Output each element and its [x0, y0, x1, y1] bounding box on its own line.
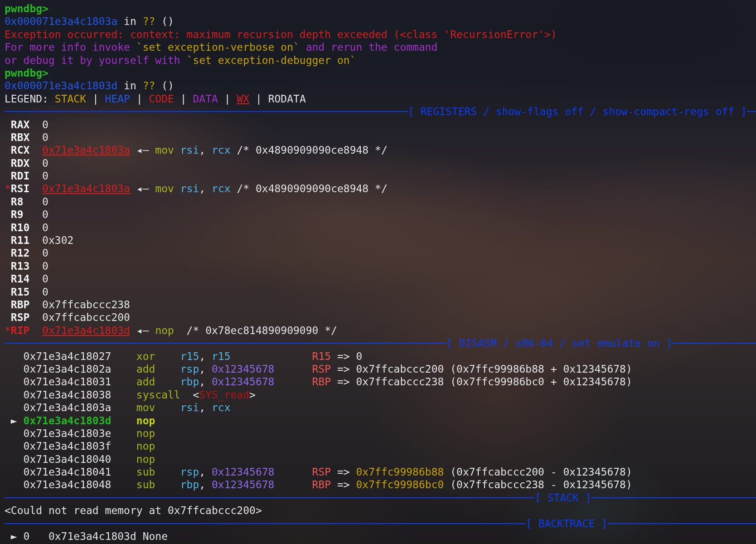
disasm-row: 0x71e3a4c1803f nop: [5, 440, 756, 452]
register-row-rcx: RCX 0x71e3a4c1803a ◂— mov rsi, rcx /* 0x…: [5, 144, 756, 156]
exception-hint-line: or debug it by yourself with `set except…: [5, 54, 756, 67]
register-row-rsi: *RSI 0x71e3a4c1803a ◂— mov rsi, rcx /* 0…: [5, 182, 756, 195]
disasm-row: 0x71e3a4c1803a mov rsi, rcx: [5, 401, 756, 414]
prompt-line: pwndbg>: [5, 67, 756, 79]
section-rule-left: [5, 497, 535, 498]
section-rule-left: [5, 343, 446, 344]
disasm-row: 0x71e3a4c18040 nop: [5, 453, 756, 466]
register-row-rip: *RIP 0x71e3a4c1803d ◂— nop /* 0x78ec8148…: [5, 324, 756, 337]
register-row-r8: R8 0: [5, 195, 756, 208]
register-row-r11: R11 0x302: [5, 234, 756, 247]
disasm-row: 0x71e3a4c18048 sub rbp, 0x12345678 RBP =…: [5, 478, 756, 491]
backtrace-row: ► 0 0x71e3a4c1803d None: [5, 530, 756, 543]
section-header-registers: [ REGISTERS / show-flags off / show-comp…: [5, 105, 756, 118]
section-header-disasm: [ DISASM / x86-64 / set emulate on ]: [5, 337, 756, 350]
disasm-row: 0x71e3a4c18031 add rbp, 0x12345678 RBP =…: [5, 375, 756, 388]
section-header-backtrace: [ BACKTRACE ]: [5, 517, 756, 530]
disasm-row: 0x71e3a4c1803e nop: [5, 427, 756, 440]
legend-line: LEGEND: STACK | HEAP | CODE | DATA | WX …: [5, 92, 756, 105]
disasm-row-current: ► 0x71e3a4c1803d nop: [5, 414, 756, 427]
disasm-row: 0x71e3a4c18027 xor r15, r15 R15 => 0: [5, 350, 756, 363]
register-row-r12: R12 0: [5, 247, 756, 259]
register-row-rbx: RBX 0: [5, 131, 756, 144]
register-row-rax: RAX 0: [5, 118, 756, 131]
section-rule-right: [747, 111, 756, 112]
register-row-r14: R14 0: [5, 272, 756, 285]
section-header-label: [ DISASM / x86-64 / set emulate on ]: [446, 337, 673, 350]
section-rule-right: [607, 523, 756, 524]
section-header-label: [ STACK ]: [535, 491, 591, 504]
register-row-rdi: RDI 0: [5, 170, 756, 182]
register-row-r13: R13 0: [5, 260, 756, 272]
register-row-r10: R10 0: [5, 221, 756, 234]
prompt-line: pwndbg>: [5, 2, 756, 15]
section-rule-right: [591, 497, 756, 498]
stack-row: <Could not read memory at 0x7ffcabccc200…: [5, 504, 756, 517]
frame-line: 0x000071e3a4c1803a in ?? (): [5, 15, 756, 28]
disasm-row: 0x71e3a4c18038 syscall <SYS_read>: [5, 389, 756, 401]
exception-hint-line: For more info invoke `set exception-verb…: [5, 41, 756, 53]
section-header-stack: [ STACK ]: [5, 491, 756, 504]
register-row-r9: R9 0: [5, 208, 756, 221]
section-rule-right: [673, 343, 756, 344]
section-rule-left: [5, 523, 526, 524]
frame-line: 0x000071e3a4c1803d in ?? (): [5, 79, 756, 92]
exception-line: Exception occurred: context: maximum rec…: [5, 28, 756, 41]
register-row-rdx: RDX 0: [5, 157, 756, 170]
terminal: pwndbg> 0x000071e3a4c1803a in ?? ()Excep…: [0, 0, 756, 543]
disasm-row: 0x71e3a4c18041 sub rsp, 0x12345678 RSP =…: [5, 466, 756, 478]
disasm-row: 0x71e3a4c1802a add rsp, 0x12345678 RSP =…: [5, 363, 756, 375]
register-row-rsp: RSP 0x7ffcabccc200: [5, 311, 756, 324]
register-row-rbp: RBP 0x7ffcabccc238: [5, 298, 756, 311]
section-header-label: [ REGISTERS / show-flags off / show-comp…: [408, 105, 747, 118]
register-row-r15: R15 0: [5, 286, 756, 298]
section-rule-left: [5, 111, 408, 112]
section-header-label: [ BACKTRACE ]: [526, 517, 607, 530]
